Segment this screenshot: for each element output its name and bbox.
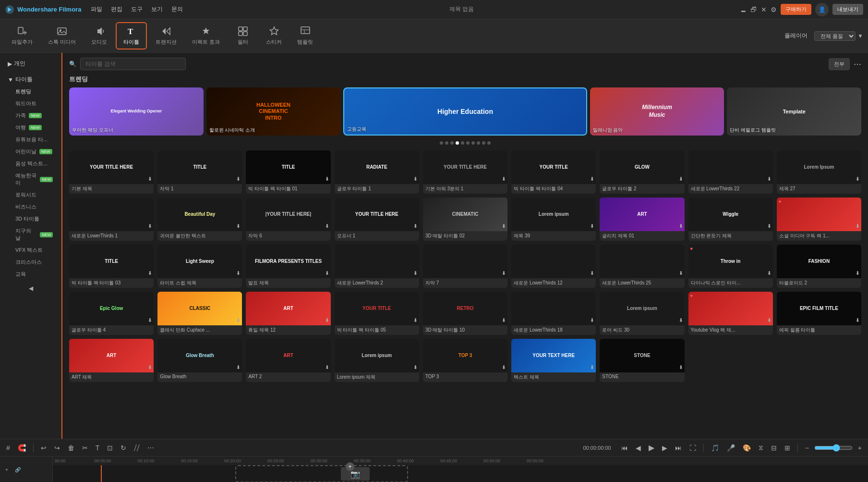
template-card-lorem-ipsum[interactable]: Lorem ipsum⬇Lorem ipsum 제목 (335, 339, 419, 382)
download-icon[interactable]: ⬇ (502, 318, 506, 323)
split-track-btn[interactable]: ⧖ (756, 443, 766, 453)
template-card-rest-title-12[interactable]: ART⬇휴일 제목 12 (246, 292, 330, 335)
sidebar-item-education[interactable]: 교육 (12, 268, 57, 280)
template-card-title-27[interactable]: Lorem Ipsum⬇제목 27 (777, 150, 861, 194)
add-clip-button[interactable]: + (346, 462, 354, 471)
menu-help[interactable]: 문의 (171, 5, 183, 13)
tool-audio[interactable]: 오디오 (84, 23, 114, 49)
search-input[interactable] (80, 58, 186, 70)
download-icon[interactable]: ⬇ (325, 365, 329, 371)
download-icon[interactable]: ⬇ (679, 176, 683, 182)
template-card-lower-thirds-22[interactable]: ⬇새로운 LowerThirds 22 (688, 150, 773, 194)
tool-filters[interactable]: 필터 (229, 23, 257, 49)
template-card-basic-hour-3[interactable]: YOUR TITLE HERE⬇기본 아워 3분의 1 (423, 150, 507, 194)
sidebar-item-children[interactable]: 어린이날 NEW (12, 146, 57, 158)
redo-button[interactable]: ↪ (52, 443, 62, 453)
settings-icon[interactable]: ⚙ (771, 6, 777, 13)
dot-9[interactable] (482, 141, 485, 145)
download-icon[interactable]: ⬇ (590, 365, 594, 371)
download-icon[interactable]: ⬇ (148, 365, 152, 371)
template-card-classic-cupface[interactable]: CLASSIC⬇클래식 만화 Cupface ... (157, 292, 242, 335)
download-icon[interactable]: ⬇ (502, 223, 506, 229)
template-card-raw-seed-30[interactable]: Lorem ipsum⬇로어 씨드 30 (600, 292, 684, 335)
dot-7[interactable] (471, 141, 475, 145)
playhead[interactable] (101, 465, 102, 482)
template-card-3d-metal-02[interactable]: CINEMATIC⬇3D 메탈 타이틀 02 (423, 198, 507, 241)
download-icon[interactable]: ⬇ (413, 365, 417, 371)
download-icon[interactable]: ⬇ (679, 365, 683, 371)
sidebar-item-christmas[interactable]: 크리스마스 (12, 256, 57, 268)
template-card-youtube-vlog[interactable]: ♥⬇Youtube Vlog 팩 제... (688, 292, 773, 335)
template-card-lower-thirds-1[interactable]: ⬇새로운 LowerThirds 1 (69, 198, 154, 241)
scene-detect-btn[interactable]: ⊞ (782, 443, 793, 453)
split-button[interactable]: ⧸⧸ (132, 443, 142, 453)
download-icon[interactable]: ⬇ (325, 176, 329, 182)
media-clip[interactable]: 📷 (341, 467, 370, 481)
audio-track-btn[interactable]: 🎵 (709, 443, 722, 453)
template-card-glow-title-1[interactable]: RADIATE⬇글로우 타이틀 1 (335, 150, 419, 194)
template-card-art-title[interactable]: ART⬇ART 제목 (69, 339, 154, 382)
dot-6[interactable] (466, 141, 470, 145)
template-card-title-39[interactable]: Lorem ipsum⬇제목 39 (511, 198, 596, 241)
download-icon[interactable]: ⬇ (148, 223, 152, 229)
more-timeline-btn[interactable]: ⋯ (145, 443, 157, 453)
play-btn[interactable]: ▶ (646, 442, 657, 453)
template-card-lower-thirds-25[interactable]: ⬇새로운 LowerThirds 25 (600, 245, 684, 288)
purchase-button[interactable]: 구매하기 (781, 4, 811, 15)
fullscreen-btn[interactable]: ⛶ (687, 443, 699, 453)
filter-button[interactable]: 전부 (829, 58, 850, 70)
download-icon[interactable]: ⬇ (856, 176, 859, 182)
text-button[interactable]: T (93, 443, 102, 453)
sidebar-item-3d-titles[interactable]: 3D 타이틀 (12, 213, 57, 225)
next-frame-btn[interactable]: ⏭ (673, 443, 684, 453)
download-icon[interactable]: ⬇ (502, 176, 506, 182)
template-card-social-subscribe[interactable]: ♥⬇소셜 미디어 구독 팩 1... (777, 198, 861, 241)
banner-template[interactable]: Template 단비 에필로그 템플릿 (727, 87, 861, 136)
download-icon[interactable]: ⬇ (325, 223, 329, 229)
menu-edit[interactable]: 편집 (111, 5, 122, 13)
prev-frame-btn[interactable]: ⏮ (619, 443, 630, 453)
banner-wedding[interactable]: Elegant Wedding Opener 우아한 웨딩 오프너 (69, 87, 204, 136)
download-icon[interactable]: ⬇ (148, 318, 152, 323)
maximize-icon[interactable]: 🗗 (750, 6, 757, 13)
menu-view[interactable]: 보기 (151, 5, 163, 13)
download-icon[interactable]: ⬇ (767, 318, 771, 323)
template-card-big-title-04[interactable]: YOUR TITLE⬇빅 타이틀 팩 타이틀 04 (511, 150, 596, 194)
sidebar-item-family[interactable]: 가족 NEW (12, 110, 57, 122)
download-icon[interactable]: ⬇ (148, 271, 152, 276)
timeline-magnet-btn[interactable]: 🧲 (15, 443, 28, 453)
minimize-icon[interactable]: 🗕 (740, 6, 747, 13)
download-icon[interactable]: ⬇ (679, 223, 683, 229)
sidebar-item-travel[interactable]: 여행 NEW (12, 122, 57, 134)
download-icon[interactable]: ⬇ (236, 365, 240, 371)
subtitle-btn[interactable]: ⊟ (769, 443, 779, 453)
download-icon[interactable]: ⬇ (767, 176, 771, 182)
download-icon[interactable]: ⬇ (590, 271, 594, 276)
track-link-btn[interactable]: 🔗 (12, 466, 23, 473)
download-icon[interactable]: ⬇ (767, 271, 771, 276)
dot-5[interactable] (461, 141, 464, 145)
sidebar-item-lower-third[interactable]: 로워시드 (12, 189, 57, 201)
sidebar-personal-header[interactable]: ▶ 개인 (5, 58, 57, 70)
dot-2[interactable] (445, 141, 448, 145)
sidebar-item-word-art[interactable]: 워드아트 (12, 98, 57, 110)
banner-millennium[interactable]: MillenniumMusic 밀레니엄 음악 (590, 87, 724, 136)
sidebar-item-business[interactable]: 비즈니스 (12, 201, 57, 213)
quality-dropdown-icon[interactable]: ▼ (857, 33, 863, 39)
template-card-dynamic-slide[interactable]: Throw in♥⬇다이나믹 스로인 타이... (688, 245, 773, 288)
sidebar-item-earth-day[interactable]: 지구의 날 NEW (12, 225, 57, 244)
sidebar-item-youtube[interactable]: 유튜브용 타... (12, 134, 57, 146)
dot-4[interactable] (456, 141, 459, 145)
template-card-basic-title[interactable]: YOUR TITLE HERE⬇기본 제목 (69, 150, 154, 194)
tool-transitions[interactable]: 트랜지션 (149, 23, 183, 49)
download-icon[interactable]: ⬇ (413, 223, 417, 229)
cut-button[interactable]: ✂ (80, 443, 90, 453)
template-card-simple-title[interactable]: Wiggle⬇간단한 폰듯기 제목 (688, 198, 773, 241)
download-icon[interactable]: ⬇ (148, 176, 152, 182)
delete-button[interactable]: 🗑 (65, 443, 77, 453)
dot-10[interactable] (487, 141, 491, 145)
template-card-glow-breath[interactable]: Glow Breath⬇Glow Breath (157, 339, 242, 382)
track-add-btn[interactable]: + (3, 466, 11, 473)
tool-stickers[interactable]: 스티커 (259, 23, 289, 49)
download-icon[interactable]: ⬇ (325, 271, 329, 276)
